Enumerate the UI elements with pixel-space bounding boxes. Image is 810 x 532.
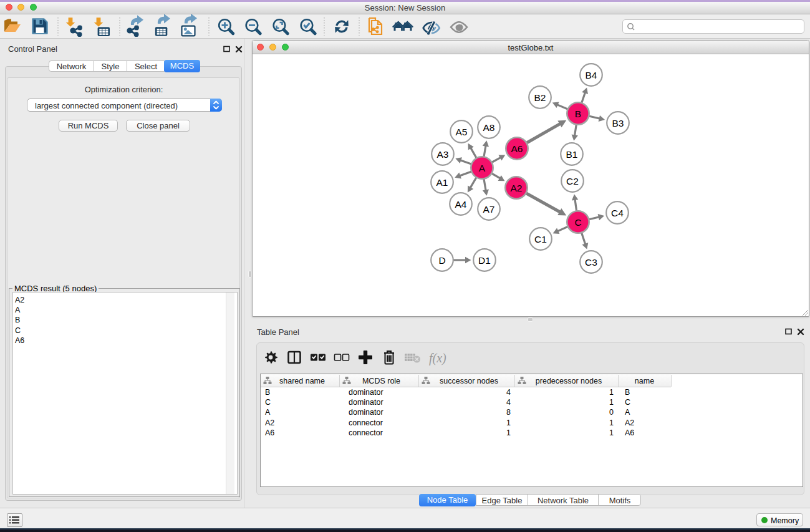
svg-text:A2: A2	[511, 183, 523, 193]
svg-text:A7: A7	[483, 204, 495, 215]
svg-text:C1: C1	[534, 234, 547, 244]
svg-text:C4: C4	[611, 208, 624, 218]
svg-text:B3: B3	[612, 118, 624, 128]
svg-text:B: B	[575, 109, 581, 119]
svg-text:C: C	[574, 217, 581, 228]
svg-text:A3: A3	[437, 149, 449, 160]
svg-text:C3: C3	[585, 257, 597, 268]
svg-text:B1: B1	[566, 149, 578, 160]
svg-text:A6: A6	[511, 143, 523, 154]
svg-text:D1: D1	[478, 255, 491, 266]
svg-text:A1: A1	[436, 177, 448, 188]
svg-text:B2: B2	[534, 92, 546, 103]
svg-text:A4: A4	[455, 199, 467, 210]
svg-text:A5: A5	[456, 127, 468, 137]
svg-text:B4: B4	[586, 70, 597, 80]
svg-text:A8: A8	[483, 122, 495, 133]
svg-text:D: D	[438, 255, 445, 266]
svg-text:f(x): f(x)	[429, 351, 446, 365]
svg-text:A: A	[479, 163, 486, 173]
svg-text:C2: C2	[566, 176, 579, 186]
